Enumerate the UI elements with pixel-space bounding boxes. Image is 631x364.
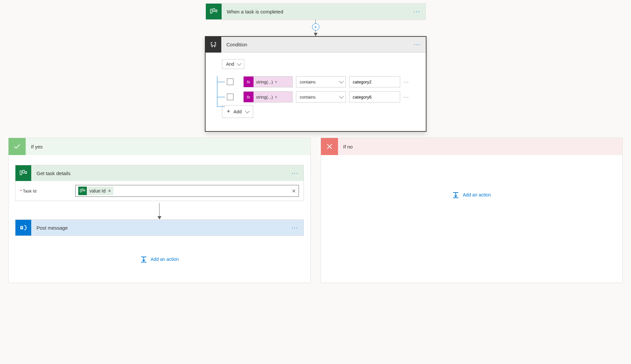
clear-input[interactable]: × bbox=[292, 187, 296, 195]
condition-row: fx string(...) × contains ··· bbox=[227, 91, 409, 102]
condition-header: Condition ··· bbox=[206, 37, 426, 53]
row-menu[interactable]: ··· bbox=[403, 94, 409, 100]
chevron-down-icon bbox=[339, 94, 344, 99]
get-task-header: Get task details ··· bbox=[15, 165, 303, 181]
trigger-card[interactable]: When a task is completed ··· bbox=[206, 3, 426, 20]
get-task-details-card[interactable]: Get task details ··· * Task Id bbox=[15, 165, 304, 201]
condition-body: And fx string(...) × contains bbox=[206, 53, 426, 131]
planner-icon bbox=[15, 165, 31, 181]
svg-rect-6 bbox=[80, 189, 82, 192]
yammer-icon bbox=[15, 220, 31, 236]
chevron-down-icon bbox=[339, 79, 344, 83]
add-action-icon bbox=[140, 256, 147, 263]
fx-badge: fx bbox=[244, 92, 254, 102]
expression-input[interactable]: fx string(...) × bbox=[243, 91, 293, 102]
remove-expression[interactable]: × bbox=[273, 95, 279, 100]
connector-1: + bbox=[314, 20, 318, 36]
logical-operator-select[interactable]: And bbox=[222, 59, 245, 69]
chevron-down-icon bbox=[237, 61, 241, 66]
condition-rows: fx string(...) × contains ··· bbox=[217, 76, 409, 106]
add-label: Add bbox=[233, 109, 242, 114]
add-action-no[interactable]: Add an action bbox=[452, 191, 491, 198]
if-yes-header: If yes bbox=[9, 138, 310, 155]
if-no-body: Add an action bbox=[321, 155, 623, 205]
if-yes-body: Get task details ··· * Task Id bbox=[9, 155, 310, 269]
remove-token[interactable]: × bbox=[108, 188, 111, 193]
token-label: value Id bbox=[89, 188, 106, 193]
logical-operator-label: And bbox=[226, 61, 234, 67]
svg-point-11 bbox=[25, 229, 26, 229]
condition-menu[interactable]: ··· bbox=[414, 41, 421, 48]
get-task-title: Get task details bbox=[31, 171, 70, 176]
planner-icon bbox=[78, 187, 87, 195]
plus-icon: + bbox=[227, 108, 231, 115]
svg-rect-5 bbox=[25, 171, 27, 173]
fx-badge: fx bbox=[244, 77, 254, 87]
post-message-menu[interactable]: ··· bbox=[291, 224, 298, 231]
planner-icon bbox=[206, 4, 222, 19]
svg-rect-8 bbox=[84, 190, 85, 191]
condition-icon bbox=[206, 37, 221, 53]
row-checkbox[interactable] bbox=[227, 79, 233, 85]
add-step-button[interactable]: + bbox=[312, 23, 319, 31]
branches-container: If yes Get task details ··· * bbox=[8, 138, 623, 283]
row-menu[interactable]: ··· bbox=[403, 79, 409, 84]
svg-rect-1 bbox=[213, 9, 215, 11]
tree-branch bbox=[217, 82, 225, 82]
svg-point-10 bbox=[25, 227, 26, 228]
svg-rect-7 bbox=[82, 189, 84, 191]
post-message-header: Post message ··· bbox=[15, 220, 303, 236]
remove-expression[interactable]: × bbox=[273, 80, 279, 84]
task-id-label: * Task Id bbox=[20, 189, 69, 193]
if-yes-title: If yes bbox=[26, 138, 310, 155]
svg-rect-4 bbox=[23, 170, 24, 173]
expression-value: string(...) × bbox=[254, 77, 293, 87]
expression-value: string(...) × bbox=[254, 92, 293, 102]
operator-select[interactable]: contains bbox=[296, 91, 346, 102]
if-yes-branch: If yes Get task details ··· * bbox=[8, 138, 311, 283]
svg-rect-3 bbox=[20, 171, 22, 175]
chevron-down-icon bbox=[245, 108, 250, 113]
operator-label: contains bbox=[300, 95, 315, 100]
svg-rect-2 bbox=[216, 10, 217, 12]
operator-select[interactable]: contains bbox=[296, 76, 346, 87]
if-no-branch: If no Add an action bbox=[321, 138, 623, 283]
add-action-label: Add an action bbox=[151, 257, 179, 262]
trigger-menu[interactable]: ··· bbox=[413, 8, 420, 15]
value-input[interactable] bbox=[349, 76, 400, 87]
task-id-row: * Task Id value Id × × bbox=[15, 181, 303, 201]
svg-rect-0 bbox=[210, 9, 212, 13]
if-no-title: If no bbox=[338, 138, 623, 155]
operator-label: contains bbox=[300, 80, 315, 84]
post-message-title: Post message bbox=[31, 225, 68, 231]
flow-canvas: When a task is completed ··· + Condition… bbox=[8, 3, 623, 283]
condition-row: fx string(...) × contains ··· bbox=[227, 76, 409, 87]
get-task-menu[interactable]: ··· bbox=[291, 170, 298, 177]
row-checkbox[interactable] bbox=[227, 94, 233, 100]
condition-title: Condition bbox=[221, 42, 247, 47]
task-id-input[interactable]: value Id × × bbox=[75, 185, 299, 197]
required-star: * bbox=[20, 189, 22, 193]
close-icon bbox=[321, 138, 338, 155]
if-no-header: If no bbox=[321, 138, 623, 155]
add-action-icon bbox=[452, 191, 459, 198]
expression-input[interactable]: fx string(...) × bbox=[243, 76, 293, 87]
trigger-header: When a task is completed ··· bbox=[206, 4, 425, 19]
dynamic-token[interactable]: value Id × bbox=[78, 187, 113, 195]
connector-2 bbox=[158, 203, 161, 219]
check-icon bbox=[9, 138, 26, 155]
condition-card[interactable]: Condition ··· And fx string(...) × bbox=[205, 36, 426, 132]
add-action-yes[interactable]: Add an action bbox=[140, 256, 179, 263]
svg-point-9 bbox=[25, 226, 26, 227]
add-condition-button[interactable]: + Add bbox=[222, 105, 253, 118]
add-action-label: Add an action bbox=[463, 192, 491, 197]
trigger-title: When a task is completed bbox=[222, 9, 283, 14]
value-input[interactable] bbox=[349, 91, 400, 102]
post-message-card[interactable]: Post message ··· bbox=[15, 219, 304, 236]
tree-branch bbox=[217, 97, 225, 97]
